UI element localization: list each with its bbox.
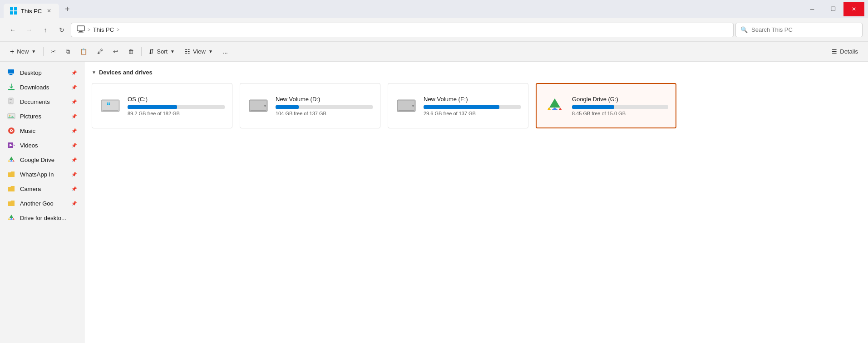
svg-rect-38 [107, 104, 108, 106]
back-button[interactable]: ← [5, 23, 20, 37]
breadcrumb[interactable]: > This PC > [71, 23, 734, 37]
svg-marker-52 [558, 108, 562, 110]
address-bar: ← → ↑ ↻ > This PC > 🔍 [0, 18, 868, 42]
tab-bar: This PC ✕ + [4, 0, 74, 18]
drive-info-g: Google Drive (G:) 8.45 GB free of 15.0 G… [572, 96, 668, 116]
sidebar-item-whatsapp-label: WhatsApp In [20, 171, 67, 178]
new-button[interactable]: + New ▼ [5, 44, 40, 59]
more-button[interactable]: ... [218, 44, 232, 59]
computer-icon [77, 25, 85, 34]
sidebar-item-desktop[interactable]: Desktop 📌 [2, 65, 82, 80]
close-button[interactable]: ✕ [843, 2, 864, 16]
svg-rect-7 [8, 69, 14, 74]
sidebar-item-another-goo-label: Another Goo [20, 200, 67, 207]
view-label: View [193, 48, 206, 55]
svg-rect-36 [107, 103, 108, 104]
drive-icon-g [544, 95, 566, 117]
drive-info-d: New Volume (D:) 104 GB free of 137 GB [276, 96, 373, 116]
toolbar: + New ▼ ✂ ⧉ 📋 🖉 ↩ 🗑 ⇵ Sort ▼ ☷ View ▼ ..… [0, 42, 868, 62]
sidebar-item-videos-label: Videos [20, 142, 67, 149]
svg-rect-45 [398, 101, 414, 110]
details-label: Details [840, 48, 858, 55]
sidebar-item-desktop-label: Desktop [20, 69, 67, 76]
drive-card-g[interactable]: Google Drive (G:) 8.45 GB free of 15.0 G… [536, 83, 676, 128]
tab-close-button[interactable]: ✕ [45, 7, 53, 15]
paste-icon: 📋 [80, 48, 87, 55]
svg-rect-33 [102, 101, 118, 110]
drive-info-c: OS (C:) 89.2 GB free of 182 GB [128, 96, 225, 116]
videos-icon [7, 141, 15, 149]
search-box[interactable]: 🔍 [735, 23, 863, 37]
tab-label: This PC [21, 8, 42, 15]
new-tab-button[interactable]: + [61, 3, 74, 15]
delete-button[interactable]: 🗑 [123, 44, 138, 59]
pin-icon-gdrive: 📌 [71, 157, 77, 162]
sidebar-item-videos[interactable]: Videos 📌 [2, 138, 82, 152]
rename-button[interactable]: 🖉 [93, 44, 108, 59]
svg-rect-12 [10, 99, 12, 100]
sidebar-item-drive-device[interactable]: Drive for deskto... [2, 211, 82, 225]
drive-bar-fill-g [572, 105, 614, 109]
sidebar-item-camera[interactable]: Camera 📌 [2, 181, 82, 196]
sort-chevron-icon: ▼ [170, 49, 175, 54]
pin-icon-whatsapp: 📌 [71, 172, 77, 177]
drive-bar-bg-g [572, 105, 668, 109]
pin-icon-videos: 📌 [71, 143, 77, 148]
cut-button[interactable]: ✂ [46, 44, 60, 59]
content-area: ▼ Devices and drives [84, 62, 868, 343]
copy-button[interactable]: ⧉ [61, 44, 74, 59]
up-button[interactable]: ↑ [38, 23, 53, 37]
pin-icon-pictures: 📌 [71, 114, 77, 119]
sidebar-item-another-goo[interactable]: Another Goo 📌 [2, 196, 82, 211]
pin-icon-documents: 📌 [71, 99, 77, 104]
svg-rect-37 [109, 103, 110, 104]
search-input[interactable] [751, 26, 858, 33]
sidebar-item-pictures-label: Pictures [20, 113, 67, 120]
paste-button[interactable]: 📋 [75, 44, 92, 59]
drive-bar-bg-e [424, 105, 521, 109]
section-collapse-toggle[interactable]: ▼ [92, 70, 96, 75]
sidebar-item-whatsapp[interactable]: WhatsApp In 📌 [2, 167, 82, 181]
drive-card-c[interactable]: OS (C:) 89.2 GB free of 182 GB [92, 83, 232, 128]
svg-rect-0 [10, 7, 13, 10]
drive-free-e: 29.6 GB free of 137 GB [424, 111, 521, 116]
svg-point-42 [264, 105, 266, 107]
tab-this-pc[interactable]: This PC ✕ [4, 4, 59, 18]
sidebar-item-documents[interactable]: Documents 📌 [2, 94, 82, 109]
view-chevron-icon: ▼ [208, 49, 213, 54]
sidebar-item-google-drive[interactable]: Google Drive 📌 [2, 152, 82, 167]
pin-icon-music: 📌 [71, 128, 77, 133]
drive-bar-bg-c [128, 105, 225, 109]
pin-icon-camera: 📌 [71, 186, 77, 191]
documents-icon [7, 98, 15, 106]
sidebar-item-pictures[interactable]: Pictures 📌 [2, 109, 82, 123]
svg-rect-2 [10, 11, 13, 15]
breadcrumb-chevron: > [88, 27, 90, 32]
pin-icon-desktop: 📌 [71, 70, 77, 75]
sidebar-item-downloads[interactable]: Downloads 📌 [2, 80, 82, 94]
new-chevron-icon: ▼ [31, 49, 36, 54]
tab-icon [10, 7, 17, 15]
share-button[interactable]: ↩ [108, 44, 123, 59]
sort-button[interactable]: ⇵ Sort ▼ [144, 44, 179, 59]
breadcrumb-this-pc[interactable]: This PC [93, 26, 114, 33]
minimize-button[interactable]: ─ [802, 2, 823, 16]
svg-point-19 [11, 130, 12, 131]
drive-card-d[interactable]: New Volume (D:) 104 GB free of 137 GB [240, 83, 380, 128]
details-button[interactable]: ☰ Details [827, 44, 863, 59]
svg-point-46 [412, 105, 414, 107]
sidebar-item-documents-label: Documents [20, 98, 67, 105]
drive-free-g: 8.45 GB free of 15.0 GB [572, 111, 668, 116]
drive-bar-fill-d [276, 105, 299, 109]
svg-marker-24 [10, 157, 14, 160]
drive-card-e[interactable]: New Volume (E:) 29.6 GB free of 137 GB [388, 83, 528, 128]
svg-rect-10 [8, 89, 15, 90]
sidebar-item-music[interactable]: Music 📌 [2, 123, 82, 138]
drive-bar-fill-e [424, 105, 499, 109]
forward-button[interactable]: → [22, 23, 36, 37]
refresh-button[interactable]: ↻ [54, 23, 69, 37]
svg-rect-9 [9, 75, 13, 75]
drive-free-c: 89.2 GB free of 182 GB [128, 111, 225, 116]
view-button[interactable]: ☷ View ▼ [180, 44, 217, 59]
maximize-button[interactable]: ❐ [823, 2, 843, 16]
